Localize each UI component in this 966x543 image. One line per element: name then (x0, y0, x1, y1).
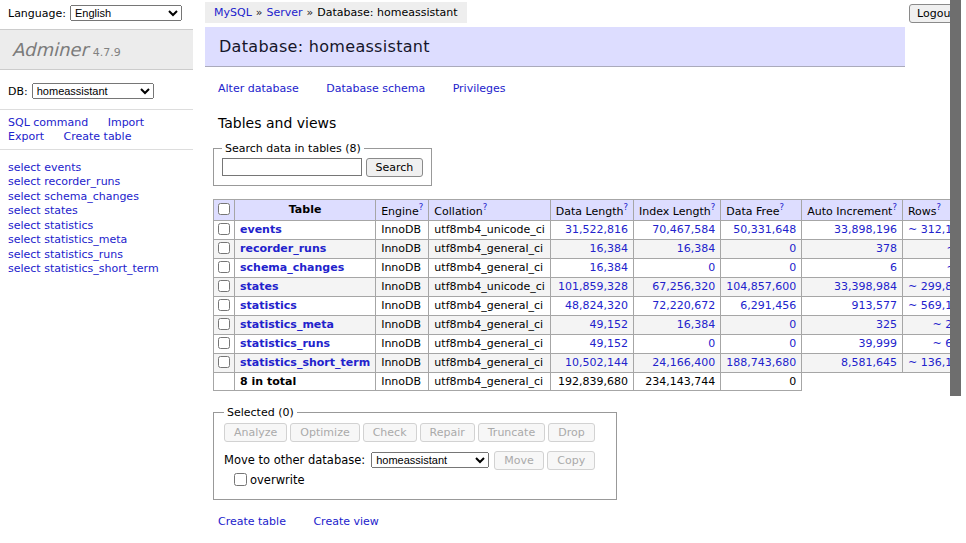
auto-increment-link[interactable]: 8,581,645 (841, 356, 897, 369)
data-free-link[interactable]: 0 (789, 261, 796, 274)
row-checkbox[interactable] (218, 223, 230, 235)
data-length-link[interactable]: 10,502,144 (565, 356, 628, 369)
create-table-link[interactable]: Create table (218, 515, 286, 528)
sidebar-table-link[interactable]: select statistics_short_term (8, 262, 185, 275)
data-length-link[interactable]: 48,824,320 (565, 299, 628, 312)
table-name-link[interactable]: statistics_short_term (240, 356, 370, 369)
table-name-link[interactable]: schema_changes (240, 261, 344, 274)
sidebar-table-link[interactable]: select recorder_runs (8, 175, 185, 188)
table-name-link[interactable]: recorder_runs (240, 242, 326, 255)
truncate-button[interactable]: Truncate (478, 423, 545, 442)
rows-help-link[interactable]: ? (937, 202, 942, 212)
data-free-cell: 50,331,648 (721, 220, 802, 239)
row-checkbox[interactable] (218, 280, 230, 292)
row-checkbox[interactable] (218, 318, 230, 330)
auto-increment-help-link[interactable]: ? (892, 202, 897, 212)
index-length-link[interactable]: 24,166,400 (652, 356, 715, 369)
breadcrumb-mysql-link[interactable]: MySQL (214, 6, 252, 19)
data-free-link[interactable]: 188,743,680 (726, 356, 796, 369)
data-free-help-link[interactable]: ? (779, 202, 784, 212)
auto-increment-link[interactable]: 33,398,984 (834, 280, 897, 293)
alter-database-link[interactable]: Alter database (218, 82, 299, 95)
auto-increment-link[interactable]: 325 (876, 318, 897, 331)
breadcrumb-server-link[interactable]: Server (267, 6, 303, 19)
data-free-link[interactable]: 50,331,648 (733, 223, 796, 236)
index-length-link[interactable]: 67,256,320 (652, 280, 715, 293)
sidebar-table-link[interactable]: select states (8, 204, 185, 217)
collation-help-link[interactable]: ? (483, 202, 488, 212)
page-scrollbar[interactable] (950, 0, 966, 543)
sidebar-table-link[interactable]: select statistics (8, 219, 185, 232)
row-checkbox[interactable] (218, 261, 230, 273)
auto-increment-cell: 8,581,645 (802, 353, 903, 372)
collation-cell: utf8mb4_general_ci (429, 315, 550, 334)
move-db-select[interactable]: homeassistant (371, 452, 489, 468)
overwrite-checkbox[interactable] (234, 473, 247, 486)
table-name-link[interactable]: statistics_runs (240, 337, 330, 350)
index-length-link[interactable]: 72,220,672 (652, 299, 715, 312)
app-version[interactable]: 4.7.9 (93, 46, 121, 59)
sidebar-table-link[interactable]: select statistics_runs (8, 248, 185, 261)
index-length-link[interactable]: 70,467,584 (652, 223, 715, 236)
database-schema-link[interactable]: Database schema (326, 82, 425, 95)
data-free-link[interactable]: 6,291,456 (740, 299, 796, 312)
auto-increment-link[interactable]: 913,577 (851, 299, 897, 312)
repair-button[interactable]: Repair (420, 423, 475, 442)
data-length-link[interactable]: 101,859,328 (558, 280, 628, 293)
overwrite-option: overwrite (230, 473, 305, 487)
row-checkbox[interactable] (218, 299, 230, 311)
column-header-engine: Engine? (376, 200, 429, 221)
search-input[interactable] (222, 158, 362, 176)
move-button[interactable]: Move (494, 451, 544, 470)
data-length-link[interactable]: 16,384 (590, 261, 629, 274)
table-name-link[interactable]: statistics_meta (240, 318, 334, 331)
index-length-link[interactable]: 16,384 (677, 242, 716, 255)
table-name-link[interactable]: events (240, 223, 282, 236)
privileges-link[interactable]: Privileges (453, 82, 506, 95)
data-free-link[interactable]: 0 (789, 337, 796, 350)
sidebar-link-import[interactable]: Import (108, 116, 145, 129)
db-label: DB: (8, 85, 28, 98)
data-length-link[interactable]: 31,522,816 (565, 223, 628, 236)
auto-increment-cell: 6 (802, 258, 903, 277)
index-length-help-link[interactable]: ? (711, 202, 716, 212)
language-select[interactable]: English (70, 5, 182, 21)
db-select[interactable]: homeassistant (32, 83, 154, 99)
sidebar-table-link[interactable]: select events (8, 161, 185, 174)
data-free-link[interactable]: 104,857,600 (726, 280, 796, 293)
table-name-link[interactable]: statistics (240, 299, 297, 312)
table-name-link[interactable]: states (240, 280, 279, 293)
create-view-link[interactable]: Create view (313, 515, 378, 528)
row-checkbox[interactable] (218, 356, 230, 368)
auto-increment-link[interactable]: 33,898,196 (834, 223, 897, 236)
engine-help-link[interactable]: ? (419, 202, 424, 212)
data-length-help-link[interactable]: ? (624, 202, 629, 212)
row-checkbox[interactable] (218, 242, 230, 254)
sidebar-table-link[interactable]: select schema_changes (8, 190, 185, 203)
sidebar-link-create-table[interactable]: Create table (64, 130, 132, 143)
search-button[interactable]: Search (366, 158, 424, 177)
data-length-link[interactable]: 49,152 (590, 337, 629, 350)
data-free-link[interactable]: 0 (789, 318, 796, 331)
sidebar-link-export[interactable]: Export (8, 130, 44, 143)
check-button[interactable]: Check (363, 423, 417, 442)
data-free-link[interactable]: 0 (789, 242, 796, 255)
drop-button[interactable]: Drop (548, 423, 594, 442)
optimize-button[interactable]: Optimize (290, 423, 359, 442)
data-length-link[interactable]: 49,152 (590, 318, 629, 331)
index-length-link[interactable]: 0 (708, 337, 715, 350)
auto-increment-link[interactable]: 6 (890, 261, 897, 274)
sidebar-table-link[interactable]: select statistics_meta (8, 233, 185, 246)
select-all-checkbox[interactable] (218, 203, 230, 215)
row-checkbox[interactable] (218, 337, 230, 349)
index-length-link[interactable]: 0 (708, 261, 715, 274)
auto-increment-link[interactable]: 39,999 (858, 337, 897, 350)
analyze-button[interactable]: Analyze (224, 423, 287, 442)
sidebar-link-sql-command[interactable]: SQL command (8, 116, 88, 129)
scrollbar-thumb[interactable] (950, 0, 961, 396)
index-length-link[interactable]: 16,384 (677, 318, 716, 331)
data-length-link[interactable]: 16,384 (590, 242, 629, 255)
table-header-row: Table Engine? Collation? Data Length? In… (214, 200, 966, 221)
copy-button[interactable]: Copy (547, 451, 595, 470)
auto-increment-link[interactable]: 378 (876, 242, 897, 255)
